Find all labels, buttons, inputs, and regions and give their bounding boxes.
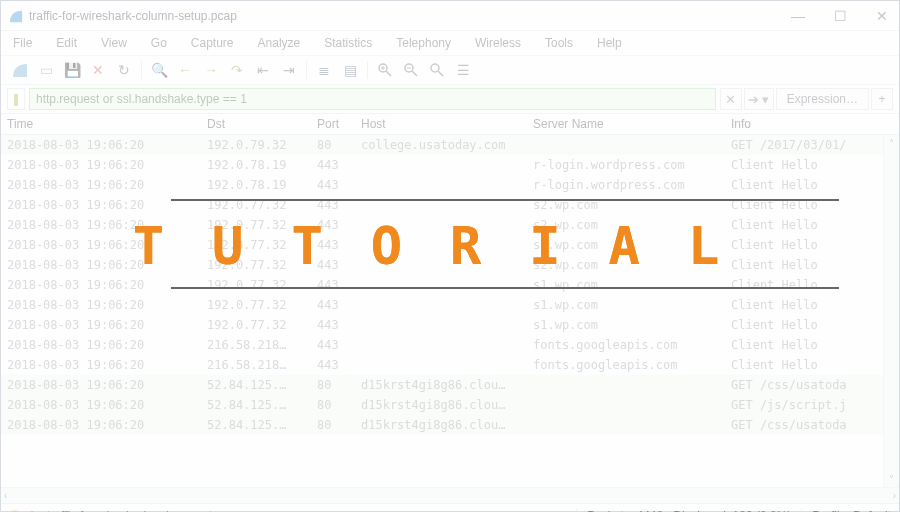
start-capture-icon[interactable]: [9, 59, 31, 81]
titlebar: traffic-for-wireshark-column-setup.pcap …: [1, 1, 899, 31]
filter-bar: ❚ http.request or ssl.handshake.type == …: [1, 85, 899, 113]
header-port[interactable]: Port: [311, 114, 355, 134]
go-to-packet-icon[interactable]: ↷: [226, 59, 248, 81]
resize-columns-icon[interactable]: ☰: [452, 59, 474, 81]
close-file-icon[interactable]: ✕: [87, 59, 109, 81]
scroll-up-icon[interactable]: ˄: [884, 135, 899, 151]
open-file-icon[interactable]: ▭: [35, 59, 57, 81]
table-row[interactable]: 2018-08-03 19:06:20192.0.77.32443s1.wp.c…: [1, 275, 899, 295]
header-server-name[interactable]: Server Name: [527, 114, 725, 134]
table-row[interactable]: 2018-08-03 19:06:20192.0.77.32443s2.wp.c…: [1, 215, 899, 235]
menu-help[interactable]: Help: [597, 36, 622, 50]
vertical-scrollbar[interactable]: ˄ ˅: [883, 135, 899, 487]
auto-scroll-icon[interactable]: ≣: [313, 59, 335, 81]
svg-line-8: [438, 71, 443, 76]
find-packet-icon[interactable]: 🔍: [148, 59, 170, 81]
column-headers[interactable]: Time Dst Port Host Server Name Info: [1, 113, 899, 135]
table-row[interactable]: 2018-08-03 19:06:2052.84.125.…80d15krst4…: [1, 415, 899, 435]
packet-list[interactable]: 2018-08-03 19:06:20192.0.79.3280college.…: [1, 135, 899, 487]
table-row[interactable]: 2018-08-03 19:06:20192.0.78.19443r-login…: [1, 155, 899, 175]
table-row[interactable]: 2018-08-03 19:06:20216.58.218…443fonts.g…: [1, 335, 899, 355]
edit-capture-icon[interactable]: ✎: [29, 509, 39, 513]
save-icon[interactable]: 💾: [61, 59, 83, 81]
table-row[interactable]: 2018-08-03 19:06:20192.0.77.32443s2.wp.c…: [1, 195, 899, 215]
colorize-icon[interactable]: ▤: [339, 59, 361, 81]
wireshark-fin-icon: [9, 9, 23, 23]
menu-telephony[interactable]: Telephony: [396, 36, 451, 50]
maximize-button[interactable]: ☐: [831, 8, 849, 24]
zoom-in-icon[interactable]: [374, 59, 396, 81]
reload-icon[interactable]: ↻: [113, 59, 135, 81]
go-first-icon[interactable]: ⇤: [252, 59, 274, 81]
display-filter-input[interactable]: http.request or ssl.handshake.type == 1: [29, 88, 716, 110]
go-last-icon[interactable]: ⇥: [278, 59, 300, 81]
go-forward-icon[interactable]: →: [200, 59, 222, 81]
menu-view[interactable]: View: [101, 36, 127, 50]
menu-analyze[interactable]: Analyze: [258, 36, 301, 50]
add-filter-button[interactable]: +: [871, 88, 893, 110]
svg-point-7: [431, 64, 439, 72]
apply-filter-button[interactable]: ➔ ▾: [744, 88, 774, 110]
menu-tools[interactable]: Tools: [545, 36, 573, 50]
table-row[interactable]: 2018-08-03 19:06:20192.0.77.32443s2.wp.c…: [1, 255, 899, 275]
menu-capture[interactable]: Capture: [191, 36, 234, 50]
header-host[interactable]: Host: [355, 114, 527, 134]
status-profile[interactable]: Profile: Default: [812, 509, 891, 513]
zoom-out-icon[interactable]: [400, 59, 422, 81]
close-button[interactable]: ✕: [873, 8, 891, 24]
table-row[interactable]: 2018-08-03 19:06:20192.0.77.32443s2.wp.c…: [1, 235, 899, 255]
svg-line-5: [412, 71, 417, 76]
table-row[interactable]: 2018-08-03 19:06:20192.0.77.32443s1.wp.c…: [1, 295, 899, 315]
scroll-right-icon[interactable]: ›: [893, 490, 896, 501]
header-dst[interactable]: Dst: [201, 114, 311, 134]
filter-bookmark-icon[interactable]: ❚: [7, 88, 25, 110]
svg-line-1: [386, 71, 391, 76]
status-file-name: traffic-for-wireshark-column-setup.pcap: [47, 509, 255, 513]
menu-edit[interactable]: Edit: [56, 36, 77, 50]
status-packet-counts: Packets: 4448 · Displayed: 123 (2.8%): [587, 509, 791, 513]
expression-button[interactable]: Expression…: [776, 88, 869, 110]
window-title: traffic-for-wireshark-column-setup.pcap: [29, 9, 237, 23]
menu-wireless[interactable]: Wireless: [475, 36, 521, 50]
clear-filter-button[interactable]: ✕: [720, 88, 742, 110]
display-filter-text: http.request or ssl.handshake.type == 1: [36, 92, 247, 106]
status-bar: ✎ traffic-for-wireshark-column-setup.pca…: [1, 503, 899, 512]
header-time[interactable]: Time: [1, 114, 201, 134]
scroll-left-icon[interactable]: ‹: [4, 490, 7, 501]
menu-file[interactable]: File: [13, 36, 32, 50]
menu-statistics[interactable]: Statistics: [324, 36, 372, 50]
table-row[interactable]: 2018-08-03 19:06:20216.58.218…443fonts.g…: [1, 355, 899, 375]
header-info[interactable]: Info: [725, 114, 899, 134]
minimize-button[interactable]: —: [789, 8, 807, 24]
go-back-icon[interactable]: ←: [174, 59, 196, 81]
menubar: File Edit View Go Capture Analyze Statis…: [1, 31, 899, 55]
toolbar: ▭ 💾 ✕ ↻ 🔍 ← → ↷ ⇤ ⇥ ≣ ▤ ☰: [1, 55, 899, 85]
table-row[interactable]: 2018-08-03 19:06:20192.0.79.3280college.…: [1, 135, 899, 155]
scroll-down-icon[interactable]: ˅: [884, 471, 899, 487]
table-row[interactable]: 2018-08-03 19:06:2052.84.125.…80d15krst4…: [1, 375, 899, 395]
table-row[interactable]: 2018-08-03 19:06:20192.0.78.19443r-login…: [1, 175, 899, 195]
zoom-reset-icon[interactable]: [426, 59, 448, 81]
menu-go[interactable]: Go: [151, 36, 167, 50]
table-row[interactable]: 2018-08-03 19:06:20192.0.77.32443s1.wp.c…: [1, 315, 899, 335]
horizontal-scrollbar[interactable]: ‹ ›: [1, 487, 899, 503]
table-row[interactable]: 2018-08-03 19:06:2052.84.125.…80d15krst4…: [1, 395, 899, 415]
